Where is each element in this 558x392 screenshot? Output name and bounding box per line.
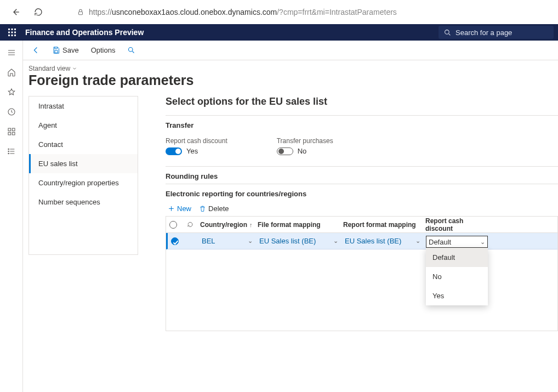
global-search[interactable]: Search for a page bbox=[439, 26, 554, 39]
svg-rect-6 bbox=[14, 32, 16, 33]
table-row[interactable]: BEL⌄ EU Sales list (BE)⌄ EU Sales list (… bbox=[166, 233, 557, 249]
options-button[interactable]: Options bbox=[88, 44, 119, 56]
file-format-mapping-cell[interactable]: EU Sales list (BE)⌄ bbox=[256, 237, 341, 245]
refresh-icon bbox=[33, 7, 43, 17]
column-label: Report cash discount bbox=[425, 217, 481, 232]
transfer-purchases-field: Transfer purchases No bbox=[277, 137, 333, 155]
country-region-cell[interactable]: BEL⌄ bbox=[198, 237, 256, 245]
sidebar-item-country-region-properties[interactable]: Country/region properties bbox=[29, 173, 138, 192]
toggle-value: No bbox=[298, 147, 307, 155]
select-all-checkbox[interactable] bbox=[166, 221, 184, 229]
arrow-left-icon bbox=[10, 7, 20, 17]
sidebar-item-intrastat[interactable]: Intrastat bbox=[29, 96, 138, 116]
column-label: File format mapping bbox=[258, 221, 321, 229]
chevron-down-icon: ⌄ bbox=[248, 237, 253, 245]
rounding-section-title[interactable]: Rounding rules bbox=[166, 167, 558, 184]
nav-workspaces-button[interactable] bbox=[4, 124, 19, 139]
main-pane: Select options for the EU sales list Tra… bbox=[138, 96, 558, 392]
page-header: Standard view Foreign trade parameters bbox=[23, 60, 558, 90]
chevron-down-icon: ⌄ bbox=[480, 238, 485, 246]
report-format-mapping-cell[interactable]: EU Sales list (BE)⌄ bbox=[341, 237, 424, 245]
svg-point-17 bbox=[8, 151, 9, 152]
report-cash-discount-dropdown: Default No Yes bbox=[426, 248, 488, 305]
action-bar: Save Options bbox=[23, 41, 558, 60]
star-icon bbox=[7, 88, 16, 96]
sidebar-item-eu-sales-list[interactable]: EU sales list bbox=[29, 154, 138, 173]
nav-home-button[interactable] bbox=[4, 65, 19, 80]
dropdown-option-no[interactable]: No bbox=[426, 267, 488, 286]
grid-refresh[interactable] bbox=[184, 221, 197, 228]
app-title: Finance and Operations Preview bbox=[25, 28, 144, 37]
row-select-checkbox[interactable] bbox=[168, 237, 185, 245]
svg-point-16 bbox=[8, 149, 9, 150]
back-button[interactable] bbox=[29, 44, 43, 56]
cell-value: EU Sales list (BE) bbox=[259, 237, 316, 245]
grid-toolbar: New Delete bbox=[166, 201, 558, 217]
svg-rect-14 bbox=[8, 132, 11, 135]
delete-label: Delete bbox=[208, 204, 229, 213]
sidebar-item-number-sequences[interactable]: Number sequences bbox=[29, 192, 138, 212]
grid-header: Country/region↑ File format mapping Repo… bbox=[166, 217, 557, 233]
column-report-format-mapping[interactable]: Report format mapping bbox=[340, 221, 422, 229]
plus-icon bbox=[168, 205, 175, 212]
new-button[interactable]: New bbox=[168, 204, 191, 213]
arrow-left-icon bbox=[32, 46, 40, 54]
cell-value: BEL bbox=[202, 237, 215, 245]
waffle-icon bbox=[8, 29, 16, 36]
page-title: Foreign trade parameters bbox=[29, 72, 549, 88]
report-cash-discount-toggle[interactable] bbox=[166, 147, 182, 155]
transfer-form: Report cash discount Yes Transfer purcha… bbox=[166, 133, 558, 166]
action-search-button[interactable] bbox=[124, 44, 139, 56]
svg-rect-5 bbox=[12, 32, 13, 33]
svg-rect-1 bbox=[8, 29, 10, 30]
svg-rect-12 bbox=[8, 128, 11, 131]
delete-button[interactable]: Delete bbox=[199, 204, 229, 213]
svg-rect-0 bbox=[79, 12, 83, 14]
nav-modules-button[interactable] bbox=[4, 144, 19, 159]
url-scheme: https:// bbox=[89, 8, 112, 16]
combobox-value: Default bbox=[429, 238, 451, 246]
home-icon bbox=[7, 68, 16, 77]
chevron-down-icon bbox=[72, 66, 77, 71]
svg-rect-19 bbox=[55, 50, 58, 53]
save-button[interactable]: Save bbox=[49, 44, 82, 56]
nav-recent-button[interactable] bbox=[4, 104, 19, 120]
report-cash-discount-field: Report cash discount Yes bbox=[166, 137, 227, 155]
column-label: Country/region bbox=[200, 221, 247, 229]
app-launcher-button[interactable] bbox=[4, 25, 20, 40]
column-file-format-mapping[interactable]: File format mapping bbox=[254, 221, 340, 229]
svg-point-10 bbox=[445, 30, 449, 34]
svg-rect-9 bbox=[14, 35, 16, 36]
toggle-value: Yes bbox=[186, 147, 198, 155]
sidebar-item-contact[interactable]: Contact bbox=[29, 135, 138, 154]
browser-address-bar[interactable]: https://usnconeboxax1aos.cloud.onebox.dy… bbox=[72, 5, 550, 19]
search-icon bbox=[444, 29, 451, 36]
dropdown-option-yes[interactable]: Yes bbox=[426, 286, 488, 305]
nav-expand-button[interactable] bbox=[4, 45, 19, 60]
column-country-region[interactable]: Country/region↑ bbox=[197, 221, 254, 229]
er-grid: Country/region↑ File format mapping Repo… bbox=[166, 217, 558, 331]
browser-back-button[interactable] bbox=[8, 4, 23, 20]
clock-icon bbox=[7, 107, 16, 116]
save-icon bbox=[52, 46, 60, 54]
svg-rect-8 bbox=[12, 35, 13, 36]
trash-icon bbox=[199, 205, 206, 212]
report-cash-discount-combobox[interactable]: Default ⌄ bbox=[426, 236, 488, 248]
chevron-down-icon: ⌄ bbox=[333, 237, 338, 245]
column-label: Report format mapping bbox=[343, 221, 416, 229]
refresh-icon bbox=[187, 221, 193, 228]
save-label: Save bbox=[62, 46, 79, 54]
dropdown-option-default[interactable]: Default bbox=[426, 248, 488, 267]
transfer-purchases-toggle[interactable] bbox=[277, 147, 293, 155]
sidebar-item-agent[interactable]: Agent bbox=[29, 116, 138, 135]
transfer-section-title: Transfer bbox=[166, 116, 558, 133]
svg-point-20 bbox=[129, 48, 133, 52]
nav-favorites-button[interactable] bbox=[4, 84, 19, 100]
view-selector[interactable]: Standard view bbox=[29, 65, 549, 72]
browser-refresh-button[interactable] bbox=[31, 4, 46, 20]
column-report-cash-discount[interactable]: Report cash discount bbox=[422, 217, 484, 232]
svg-rect-13 bbox=[12, 128, 15, 131]
cell-value: EU Sales list (BE) bbox=[345, 237, 401, 245]
section-heading: Select options for the EU sales list bbox=[166, 96, 558, 107]
svg-rect-7 bbox=[8, 35, 10, 36]
